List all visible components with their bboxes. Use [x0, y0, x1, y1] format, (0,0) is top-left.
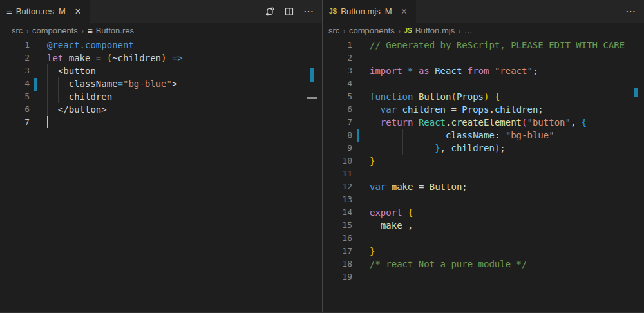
line-number: 11 [323, 167, 352, 180]
code-line: 18/* react Not a pure module */ [323, 258, 644, 270]
gutter-modified-indicator [34, 78, 37, 91]
line-number: 7 [323, 116, 352, 129]
code-line: 19 [323, 270, 644, 283]
code-line: 10} [323, 155, 644, 167]
code-line-text: <button [47, 64, 96, 77]
breadcrumb-symbol[interactable]: … [464, 26, 473, 35]
breadcrumb-file[interactable]: Button.res [96, 26, 134, 35]
code-line-text: var make = Button; [370, 180, 468, 193]
line-number: 10 [323, 155, 352, 167]
indent-guide [370, 219, 370, 232]
code-line: 3 <button [0, 64, 322, 77]
more-actions-icon: ⋯ [303, 6, 314, 17]
split-editor-icon [284, 6, 294, 17]
compare-changes-button[interactable] [263, 5, 277, 19]
indent-guide [381, 142, 381, 155]
tab-button-mjs[interactable]: JS Button.mjs M × [323, 0, 416, 23]
line-number: 2 [0, 52, 30, 64]
indent-guide [381, 129, 381, 142]
breadcrumb-src[interactable]: src [328, 26, 339, 35]
tab-bar-left: ≡ Button.res M × [0, 0, 322, 23]
breadcrumb-file[interactable]: Button.mjs [415, 26, 455, 35]
code-editor-javascript[interactable]: 1// Generated by ReScript, PLEASE EDIT W… [323, 39, 644, 283]
line-number: 8 [323, 129, 352, 142]
editor-group-left: ≡ Button.res M × [0, 0, 322, 312]
tab-label: Button.mjs [341, 6, 380, 16]
editor-actions-right: ⋯ [623, 0, 644, 23]
breadcrumbs-left: src › components › ≡ Button.res [0, 23, 322, 39]
code-line: 6 var children = Props.children; [323, 103, 644, 116]
indent-guide [47, 77, 48, 90]
indent-guide [392, 129, 392, 142]
indent-guide [370, 129, 370, 142]
code-line-text: </button> [47, 103, 107, 116]
tab-bar-right: JS Button.mjs M × ⋯ [323, 0, 644, 23]
split-editor-button[interactable] [282, 5, 296, 19]
line-number: 15 [323, 219, 352, 232]
chevron-right-icon: › [26, 26, 29, 35]
line-number: 3 [0, 64, 30, 77]
more-actions-button[interactable]: ⋯ [301, 5, 316, 19]
indent-guide [402, 142, 403, 155]
editor-group-right: JS Button.mjs M × ⋯ src › components › J… [322, 0, 644, 312]
indent-guide [435, 129, 435, 142]
editor-workbench: ≡ Button.res M × [0, 0, 644, 312]
code-line: 9 }, children); [323, 142, 644, 155]
code-line: 15 make , [323, 219, 644, 232]
line-number: 6 [323, 103, 352, 116]
line-number: 6 [0, 103, 30, 116]
gutter-modified-indicator [357, 129, 359, 142]
code-line: 1@react.component [0, 39, 322, 52]
overview-ruler-modified-marker [634, 88, 638, 97]
code-line: 5 children [0, 90, 322, 103]
javascript-icon: JS [329, 8, 337, 15]
code-line-text: let make = (~children) => [47, 52, 183, 64]
tab-button-res[interactable]: ≡ Button.res M × [0, 0, 90, 23]
code-line-text: /* react Not a pure module */ [370, 258, 527, 270]
line-number: 2 [323, 52, 352, 64]
code-line: 4 [323, 77, 644, 90]
code-line-text: var children = Props.children; [370, 103, 544, 116]
close-icon[interactable]: × [398, 5, 411, 18]
code-line-text: className="bg-blue"> [47, 77, 177, 90]
line-number: 13 [323, 193, 352, 206]
indent-guide [392, 142, 392, 155]
breadcrumb-components[interactable]: components [349, 26, 395, 35]
indent-guide [413, 142, 413, 155]
overview-ruler-modified-marker [310, 68, 314, 82]
code-line-text: }, children); [370, 142, 506, 155]
code-line-text: // Generated by ReScript, PLEASE EDIT WI… [370, 39, 625, 52]
indent-guide [47, 64, 48, 77]
breadcrumb-src[interactable]: src [12, 26, 23, 35]
line-number: 9 [323, 142, 352, 155]
indent-guide [370, 142, 370, 155]
indent-guide [47, 90, 48, 103]
chevron-right-icon: › [343, 26, 346, 35]
modified-badge: M [59, 6, 66, 16]
breadcrumbs-right: src › components › JS Button.mjs › … [323, 23, 644, 39]
text-cursor [47, 116, 48, 128]
close-icon[interactable]: × [71, 5, 84, 18]
indent-guide [58, 77, 59, 90]
code-line: 6 </button> [0, 103, 322, 116]
code-line: 12var make = Button; [323, 180, 644, 193]
line-number: 4 [323, 77, 352, 90]
line-number: 16 [323, 232, 352, 245]
indent-guide [370, 103, 370, 116]
file-icon: ≡ [6, 6, 12, 16]
indent-guide [58, 90, 59, 103]
breadcrumb-components[interactable]: components [32, 26, 78, 35]
code-line-text: import * as React from "react"; [370, 64, 538, 77]
code-editor-rescript[interactable]: 1@react.component2let make = (~children)… [0, 39, 322, 129]
line-number: 3 [323, 64, 352, 77]
code-line: 16 [323, 232, 644, 245]
tab-label: Button.res [16, 6, 54, 16]
line-number: 19 [323, 270, 352, 283]
code-line-text: return React.createElement("button", { [370, 116, 587, 129]
overview-ruler-cursor-marker [307, 97, 317, 99]
chevron-right-icon: › [458, 26, 461, 35]
indent-guide [47, 103, 48, 116]
more-actions-button[interactable]: ⋯ [623, 5, 638, 19]
editor-actions-left: ⋯ [263, 0, 322, 23]
code-line-text: children [47, 90, 112, 103]
